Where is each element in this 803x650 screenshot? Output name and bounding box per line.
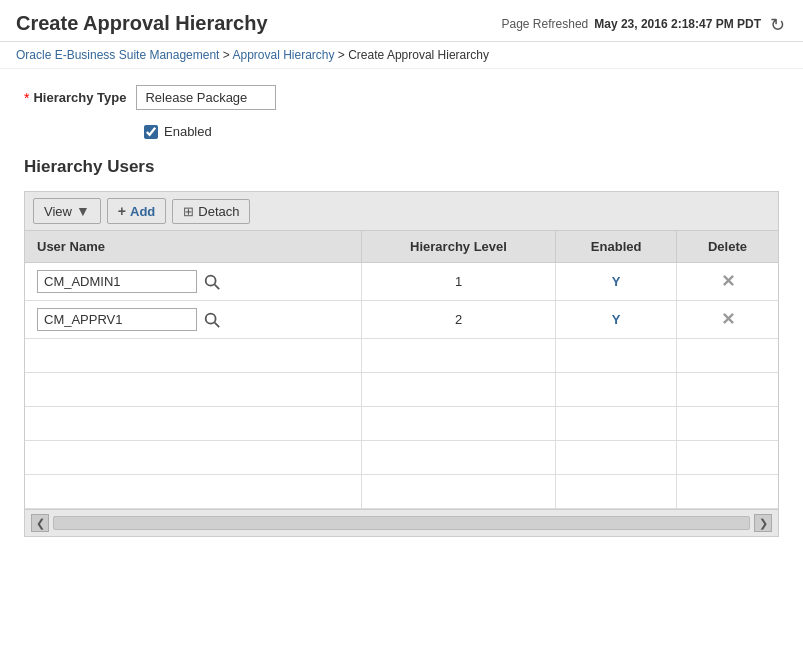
- table-container: User Name Hierarchy Level Enabled Delete: [24, 230, 779, 510]
- refresh-label: Page Refreshed: [502, 17, 589, 31]
- search-icon-2: [203, 311, 221, 329]
- cell-delete-1: ✕: [677, 263, 779, 301]
- scroll-left-button[interactable]: ❮: [31, 514, 49, 532]
- empty-row-2: [25, 373, 778, 407]
- user-name-input-2[interactable]: [37, 308, 197, 331]
- header-section: Create Approval Hierarchy Page Refreshed…: [0, 0, 803, 42]
- detach-label: Detach: [198, 204, 239, 219]
- svg-point-0: [206, 275, 216, 285]
- scrollbar-track[interactable]: [53, 516, 750, 530]
- delete-button-2[interactable]: ✕: [689, 309, 766, 330]
- user-name-input-1[interactable]: [37, 270, 197, 293]
- svg-line-1: [215, 284, 220, 289]
- search-icon-1: [203, 273, 221, 291]
- enabled-checkbox[interactable]: [144, 125, 158, 139]
- breadcrumb-separator-2: >: [338, 48, 348, 62]
- scroll-right-button[interactable]: ❯: [754, 514, 772, 532]
- breadcrumb-current: Create Approval Hierarchy: [348, 48, 489, 62]
- cell-hierarchy-level-2: 2: [361, 301, 556, 339]
- view-button[interactable]: View ▼: [33, 198, 101, 224]
- breadcrumb-link-2[interactable]: Approval Hierarchy: [232, 48, 334, 62]
- add-label: Add: [130, 204, 155, 219]
- svg-point-2: [206, 313, 216, 323]
- refresh-info: Page Refreshed May 23, 2016 2:18:47 PM P…: [502, 14, 788, 34]
- enabled-label: Enabled: [164, 124, 212, 139]
- search-button-2[interactable]: [201, 309, 223, 331]
- breadcrumb-link-1[interactable]: Oracle E-Business Suite Management: [16, 48, 219, 62]
- detach-icon: ⊞: [183, 204, 194, 219]
- breadcrumb: Oracle E-Business Suite Management > App…: [0, 42, 803, 69]
- cell-enabled-1: Y: [556, 263, 677, 301]
- view-dropdown-icon: ▼: [76, 203, 90, 219]
- toolbar: View ▼ + Add ⊞ Detach: [24, 191, 779, 230]
- scrollbar-row: ❮ ❯: [24, 510, 779, 537]
- cell-delete-2: ✕: [677, 301, 779, 339]
- svg-line-3: [215, 322, 220, 327]
- detach-button[interactable]: ⊞ Detach: [172, 199, 250, 224]
- table-row: 2 Y ✕: [25, 301, 778, 339]
- hierarchy-type-label: Hierarchy Type: [33, 90, 126, 105]
- view-label: View: [44, 204, 72, 219]
- refresh-button[interactable]: ↻: [767, 14, 787, 34]
- section-title: Hierarchy Users: [24, 157, 779, 181]
- required-star: *: [24, 90, 29, 106]
- empty-row-4: [25, 441, 778, 475]
- hierarchy-type-select[interactable]: Release Package Department Organization: [136, 85, 276, 110]
- hierarchy-type-select-wrapper: Release Package Department Organization: [136, 85, 276, 110]
- page-container: Create Approval Hierarchy Page Refreshed…: [0, 0, 803, 650]
- add-button[interactable]: + Add: [107, 198, 166, 224]
- user-input-wrapper-2: [37, 308, 349, 331]
- col-header-hierarchy-level: Hierarchy Level: [361, 231, 556, 263]
- enabled-row: Enabled: [144, 124, 779, 139]
- refresh-datetime: May 23, 2016 2:18:47 PM PDT: [594, 17, 761, 31]
- col-header-enabled: Enabled: [556, 231, 677, 263]
- empty-row-5: [25, 475, 778, 509]
- col-header-user-name: User Name: [25, 231, 361, 263]
- search-button-1[interactable]: [201, 271, 223, 293]
- delete-button-1[interactable]: ✕: [689, 271, 766, 292]
- table-row: 1 Y ✕: [25, 263, 778, 301]
- hierarchy-type-row: * Hierarchy Type Release Package Departm…: [24, 85, 779, 110]
- cell-user-name-1: [25, 263, 361, 301]
- content-area: * Hierarchy Type Release Package Departm…: [0, 69, 803, 553]
- table-header-row: User Name Hierarchy Level Enabled Delete: [25, 231, 778, 263]
- col-header-delete: Delete: [677, 231, 779, 263]
- hierarchy-users-table: User Name Hierarchy Level Enabled Delete: [25, 231, 778, 509]
- empty-row-1: [25, 339, 778, 373]
- user-input-wrapper-1: [37, 270, 349, 293]
- add-icon: +: [118, 203, 126, 219]
- empty-row-3: [25, 407, 778, 441]
- cell-enabled-2: Y: [556, 301, 677, 339]
- cell-user-name-2: [25, 301, 361, 339]
- page-title: Create Approval Hierarchy: [16, 12, 268, 35]
- cell-hierarchy-level-1: 1: [361, 263, 556, 301]
